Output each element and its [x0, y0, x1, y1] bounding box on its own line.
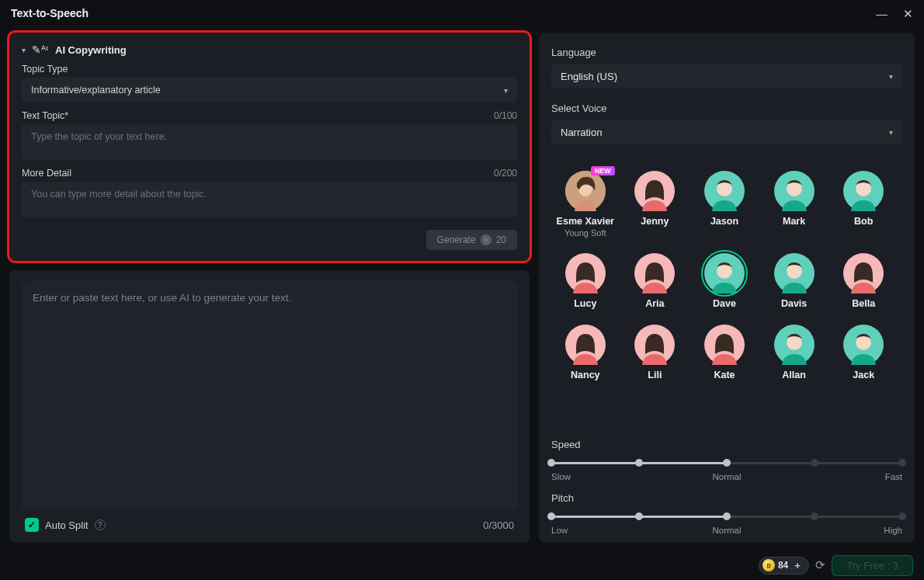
voice-name: Esme Xavier	[557, 216, 614, 227]
window-controls: — ✕	[876, 8, 913, 19]
voice-name: Bella	[852, 298, 875, 309]
voice-avatar	[634, 171, 675, 211]
pitch-slider-label: Pitch	[551, 492, 902, 504]
credits-badge[interactable]: ¤ 84 ＋	[759, 557, 809, 575]
voice-avatar	[774, 171, 815, 211]
auto-split-toggle[interactable]: ✓ Auto Split ?	[25, 518, 106, 532]
help-icon[interactable]: ?	[95, 519, 106, 530]
more-detail-label: More Detail	[22, 168, 71, 179]
voice-avatar	[774, 325, 815, 365]
voice-avatar	[843, 325, 884, 365]
generate-button[interactable]: Generate ¤ 20	[426, 230, 517, 250]
voice-card[interactable]: Mark	[760, 168, 828, 241]
voice-name: Jason	[710, 216, 738, 227]
text-editor-panel: Enter or paste text here, or use AI to g…	[9, 270, 530, 543]
voice-card[interactable]: NEWEsme XavierYoung Soft	[551, 168, 620, 241]
voice-name: Nancy	[571, 370, 600, 380]
chevron-down-icon: ▾	[889, 128, 893, 137]
voice-card[interactable]: Lucy	[551, 250, 620, 312]
pitch-slider[interactable]	[551, 509, 902, 524]
topic-type-label: Topic Type	[22, 64, 68, 75]
voice-category-dropdown[interactable]: Narration ▾	[551, 120, 902, 144]
voice-name: Mark	[783, 216, 805, 227]
more-detail-input[interactable]: You can type more detail about the topic…	[22, 182, 517, 217]
pitch-high-label: High	[884, 526, 902, 535]
text-editor-input[interactable]: Enter or paste text here, or use AI to g…	[22, 281, 517, 510]
select-voice-label: Select Voice	[551, 102, 902, 114]
pitch-mid-label: Normal	[712, 526, 741, 535]
generate-label: Generate	[437, 234, 476, 245]
voice-name: Davis	[781, 298, 807, 309]
voice-name: Dave	[713, 298, 736, 309]
voice-card[interactable]: Dave	[690, 250, 759, 312]
ai-heading: AI Copywriting	[55, 44, 127, 56]
text-topic-label: Text Topic*	[22, 110, 68, 121]
text-topic-input[interactable]: Type the topic of your text here.	[22, 124, 517, 160]
voice-name: Aria	[645, 298, 664, 309]
editor-char-counter: 0/3000	[483, 519, 514, 531]
language-dropdown[interactable]: English (US) ▾	[551, 64, 902, 89]
voice-avatar: NEW	[565, 171, 606, 211]
chevron-down-icon: ▾	[504, 86, 508, 95]
voice-avatar	[704, 325, 745, 365]
svg-point-15	[717, 263, 732, 279]
title-bar: Text-to-Speech — ✕	[0, 0, 924, 26]
ai-copywriting-panel: ▾ ✎ᴬᶦ AI Copywriting Topic Type Informat…	[9, 33, 530, 261]
voice-card[interactable]: Bella	[829, 250, 898, 312]
voice-avatar	[565, 253, 606, 293]
voice-card[interactable]: Jack	[829, 321, 898, 384]
topic-type-dropdown[interactable]: Informative/explanatory article ▾	[22, 78, 517, 102]
coin-icon: ¤	[762, 559, 775, 571]
close-icon[interactable]: ✕	[903, 8, 913, 19]
voice-avatar	[704, 171, 745, 211]
voice-avatar	[565, 325, 606, 365]
cost-coin-icon: ¤	[481, 234, 492, 245]
voice-card[interactable]: Davis	[760, 250, 828, 312]
speed-slider-label: Speed	[551, 439, 902, 450]
try-free-button[interactable]: Try Free : 3	[832, 555, 913, 576]
speed-slider[interactable]	[551, 455, 902, 471]
more-detail-counter: 0/200	[494, 168, 517, 179]
minimize-icon[interactable]: —	[876, 8, 888, 19]
voice-card[interactable]: Kate	[690, 321, 759, 384]
voice-avatar	[704, 253, 745, 293]
refresh-icon[interactable]: ⟳	[815, 558, 825, 572]
auto-split-label: Auto Split	[45, 519, 89, 531]
voice-name: Lili	[648, 370, 662, 380]
voice-card[interactable]: Aria	[621, 250, 690, 312]
generate-cost: 20	[496, 234, 506, 245]
checkbox-checked-icon: ✓	[25, 518, 39, 532]
voice-avatar	[634, 325, 675, 365]
speed-mid-label: Normal	[712, 472, 741, 481]
voice-card[interactable]: Nancy	[551, 321, 620, 384]
voice-card[interactable]: Jenny	[621, 168, 690, 241]
credits-value: 84	[778, 560, 788, 571]
svg-point-14	[704, 253, 745, 293]
topic-type-value: Informative/explanatory article	[31, 85, 161, 96]
voice-card[interactable]: Bob	[829, 168, 898, 241]
voice-avatar	[843, 253, 884, 293]
chevron-down-icon: ▾	[889, 72, 893, 81]
voice-name: Jenny	[641, 216, 669, 227]
voice-avatar	[774, 253, 815, 293]
window-title: Text-to-Speech	[11, 7, 89, 19]
voice-name: Lucy	[574, 298, 596, 309]
voice-avatar	[634, 253, 675, 293]
language-label: Language	[551, 47, 902, 58]
add-credits-icon[interactable]: ＋	[793, 559, 802, 572]
voice-settings-panel: Language English (US) ▾ Select Voice Nar…	[539, 33, 915, 543]
voice-name: Bob	[854, 216, 873, 227]
new-badge: NEW	[591, 166, 615, 175]
speed-low-label: Slow	[551, 472, 571, 481]
voice-card[interactable]: Jason	[690, 168, 759, 241]
voice-card[interactable]: Allan	[760, 321, 828, 384]
voice-name: Jack	[853, 370, 874, 380]
voice-card[interactable]: Lili	[621, 321, 690, 384]
pitch-low-label: Low	[551, 526, 568, 535]
voice-list[interactable]: NEWEsme XavierYoung Soft Jenny Jason Mar…	[551, 155, 902, 428]
speed-high-label: Fast	[885, 472, 902, 481]
bottom-bar: ¤ 84 ＋ ⟳ Try Free : 3	[0, 550, 924, 580]
text-topic-counter: 0/100	[494, 110, 517, 121]
collapse-caret-icon[interactable]: ▾	[22, 46, 26, 54]
voice-avatar	[843, 171, 884, 211]
